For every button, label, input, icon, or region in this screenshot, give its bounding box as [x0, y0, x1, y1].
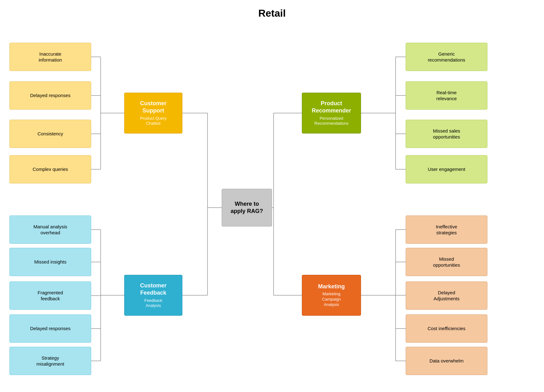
bottom-left-leaf-4: Strategy misalignment [9, 347, 91, 375]
page-title: Retail [0, 0, 544, 22]
bottom-left-leaf-0: Manual analysis overhead [9, 215, 91, 244]
top-left-category: Customer Support Product Query Chatbot [124, 93, 182, 133]
top-right-leaf-1: Real-time relevance [406, 81, 487, 110]
bottom-left-cat-title: Customer Feedback [140, 282, 166, 297]
bottom-left-cat-sub: Feedback Analysis [140, 298, 166, 309]
bottom-right-leaf-0: Ineffective strategies [406, 215, 487, 244]
top-left-leaf-0: Inaccurate information [9, 43, 91, 71]
hub-label: Where to apply RAG? [230, 200, 263, 215]
bottom-right-leaf-2: Delayed Adjustments [406, 281, 487, 310]
bottom-left-leaf-1: Missed insights [9, 248, 91, 276]
top-left-leaf-2: Consistency [9, 120, 91, 148]
bottom-right-leaf-4: Data overwhelm [406, 347, 487, 375]
bottom-right-leaf-3: Cost inefficiencies [406, 314, 487, 343]
top-right-cat-sub: Personalized Recommendations [312, 116, 351, 127]
top-left-cat-sub: Product Query Chatbot [140, 116, 166, 127]
top-left-cat-title: Customer Support [140, 100, 166, 115]
top-right-cat-title: Product Recommender [312, 100, 351, 115]
top-right-leaf-2: Missed sales opportunities [406, 120, 487, 148]
bottom-right-category: Marketing Marketing Campaign Analysis [302, 275, 361, 316]
diagram: Where to apply RAG? Customer Support Pro… [0, 22, 544, 392]
bottom-right-cat-sub: Marketing Campaign Analysis [318, 291, 345, 308]
bottom-left-leaf-2: Fragmented feedback [9, 281, 91, 310]
top-right-leaf-0: Generic recommendations [406, 43, 487, 71]
top-left-leaf-3: Complex queries [9, 155, 91, 183]
top-right-leaf-3: User engagement [406, 155, 487, 183]
hub-box: Where to apply RAG? [222, 189, 272, 226]
top-right-category: Product Recommender Personalized Recomme… [302, 93, 361, 133]
top-left-leaf-1: Delayed responses [9, 81, 91, 110]
bottom-left-leaf-3: Delayed responses [9, 314, 91, 343]
bottom-right-cat-title: Marketing [318, 283, 345, 290]
bottom-right-leaf-1: Missed opportunities [406, 248, 487, 276]
bottom-left-category: Customer Feedback Feedback Analysis [124, 275, 182, 316]
